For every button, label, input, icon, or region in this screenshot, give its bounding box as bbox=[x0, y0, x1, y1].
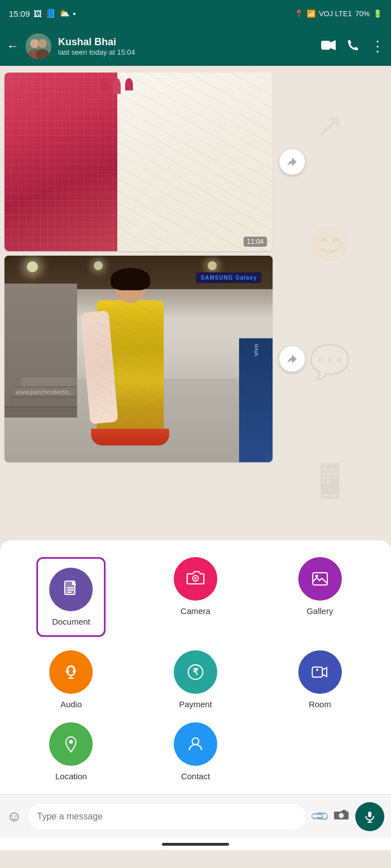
battery-icon: 🔋 bbox=[373, 9, 382, 18]
room-icon-wrap bbox=[298, 650, 342, 694]
location-status-icon: 📍 bbox=[294, 9, 303, 18]
svg-point-1 bbox=[30, 39, 39, 48]
svg-rect-28 bbox=[368, 812, 371, 817]
svg-text:₹: ₹ bbox=[193, 667, 199, 677]
svg-point-2 bbox=[38, 39, 47, 48]
svg-point-14 bbox=[194, 577, 197, 579]
location-icon-wrap bbox=[49, 722, 93, 766]
nav-indicator bbox=[0, 838, 391, 850]
contact-info[interactable]: Kushal Bhai last seen today at 15:04 bbox=[58, 36, 314, 56]
voice-call-button[interactable] bbox=[347, 39, 359, 54]
bottom-bar: ☺ 📎 bbox=[0, 794, 391, 838]
attach-gallery[interactable]: Gallery bbox=[298, 557, 342, 637]
signal-label: VOJ LTE1 bbox=[319, 9, 352, 18]
more-options-button[interactable]: ⋮ bbox=[370, 38, 384, 55]
audio-label: Audio bbox=[60, 699, 82, 709]
chat-area: ↗ 😊 💬 📱 11:04 bbox=[0, 66, 391, 540]
attach-location[interactable]: Location bbox=[49, 722, 93, 781]
camera-icon-wrap bbox=[174, 557, 217, 601]
contact-status: last seen today at 15:04 bbox=[58, 48, 314, 56]
status-bar: 15:09 🖼 📘 ⛅ • 📍 📶 VOJ LTE1 70% 🔋 bbox=[0, 0, 391, 27]
time: 15:09 bbox=[9, 9, 30, 18]
room-label: Room bbox=[309, 699, 331, 709]
photo-icon: 🖼 bbox=[34, 9, 42, 18]
attach-camera[interactable]: Camera bbox=[174, 557, 217, 637]
document-label: Document bbox=[52, 617, 90, 626]
forward-button-1[interactable] bbox=[279, 149, 305, 175]
watermark: www.panchcollectio... bbox=[16, 389, 74, 395]
svg-point-27 bbox=[339, 813, 344, 818]
attachment-button[interactable]: 📎 bbox=[309, 806, 330, 827]
header-icons: ⋮ bbox=[321, 38, 384, 55]
attach-room[interactable]: Room bbox=[298, 650, 342, 709]
vivo-sign: vivo bbox=[239, 338, 273, 462]
contact-name: Kushal Bhai bbox=[58, 36, 314, 48]
svg-point-24 bbox=[316, 669, 318, 671]
svg-rect-5 bbox=[321, 41, 330, 50]
forward-button-2[interactable] bbox=[279, 346, 305, 372]
status-bar-left: 15:09 🖼 📘 ⛅ • bbox=[9, 8, 76, 18]
document-icon-wrap bbox=[49, 568, 93, 611]
contact-icon-wrap bbox=[174, 722, 217, 766]
samsung-sign: SAMSUNG Galaxy bbox=[196, 272, 261, 283]
message-timestamp-1: 11:04 bbox=[244, 237, 267, 247]
status-bar-right: 📍 📶 VOJ LTE1 70% 🔋 bbox=[294, 9, 382, 18]
message-bubble-2[interactable]: SAMSUNG Galaxy vivo www.panchcollectio..… bbox=[4, 256, 273, 462]
attachment-grid: Document Camera Gallery bbox=[13, 557, 378, 781]
payment-label: Payment bbox=[179, 699, 212, 709]
svg-point-25 bbox=[69, 740, 73, 744]
attachment-menu: Document Camera Gallery bbox=[0, 540, 391, 794]
svg-point-19 bbox=[66, 670, 69, 673]
weather-icon: ⛅ bbox=[59, 8, 70, 18]
svg-marker-6 bbox=[330, 40, 336, 50]
attach-contact[interactable]: Contact bbox=[174, 722, 217, 781]
dot-indicator: • bbox=[73, 9, 76, 18]
svg-point-20 bbox=[73, 670, 76, 673]
emoji-button[interactable]: ☺ bbox=[7, 808, 22, 825]
camera-button[interactable] bbox=[334, 809, 349, 824]
facebook-icon: 📘 bbox=[45, 8, 56, 18]
avatar-image bbox=[26, 33, 51, 59]
location-label: Location bbox=[55, 771, 87, 781]
nav-bar bbox=[162, 843, 229, 846]
camera-label: Camera bbox=[180, 606, 210, 616]
message-input[interactable] bbox=[28, 804, 306, 829]
contact-label: Contact bbox=[181, 771, 210, 781]
attach-audio[interactable]: Audio bbox=[49, 650, 93, 709]
attach-document[interactable]: Document bbox=[36, 557, 106, 637]
gallery-label: Gallery bbox=[307, 606, 333, 616]
microphone-button[interactable] bbox=[355, 802, 384, 831]
battery-label: 70% bbox=[355, 9, 370, 18]
wifi-icon: 📶 bbox=[307, 9, 316, 18]
message-image-1 bbox=[4, 73, 273, 251]
messages-list: 11:04 bbox=[0, 66, 391, 469]
avatar[interactable] bbox=[26, 33, 51, 59]
gallery-icon-wrap bbox=[298, 557, 342, 601]
svg-rect-23 bbox=[312, 667, 322, 677]
message-bubble-1[interactable]: 11:04 bbox=[4, 73, 273, 251]
svg-point-26 bbox=[192, 738, 199, 745]
message-image-2: SAMSUNG Galaxy vivo www.panchcollectio..… bbox=[4, 256, 273, 462]
back-button[interactable]: ← bbox=[7, 39, 19, 54]
payment-icon-wrap: ₹ bbox=[174, 650, 217, 694]
message-2: SAMSUNG Galaxy vivo www.panchcollectio..… bbox=[4, 256, 273, 462]
audio-icon-wrap bbox=[49, 650, 93, 694]
attach-payment[interactable]: ₹ Payment bbox=[174, 650, 217, 709]
message-1: 11:04 bbox=[4, 73, 273, 251]
video-call-button[interactable] bbox=[321, 40, 336, 54]
chat-header: ← Kushal Bhai last seen today at 15:04 bbox=[0, 27, 391, 66]
